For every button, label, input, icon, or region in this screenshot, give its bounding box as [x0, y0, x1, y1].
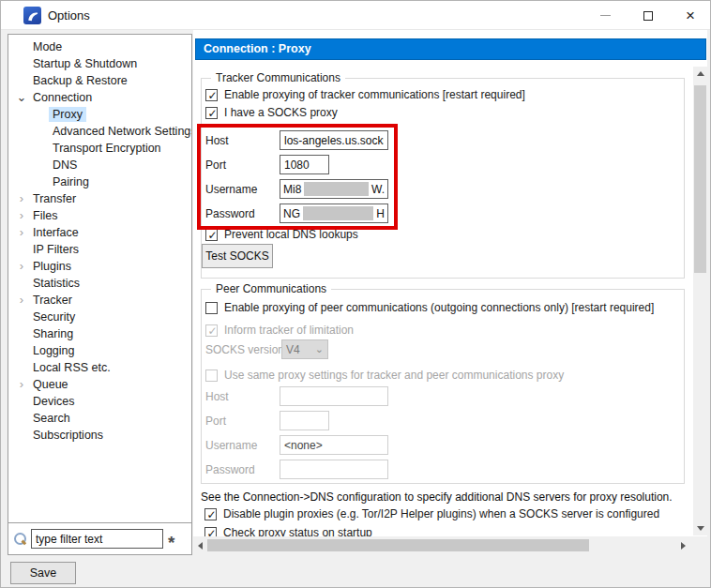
chevron-right-icon: ›	[14, 378, 29, 391]
sidebar-item-backup-restore[interactable]: Backup & Restore	[8, 72, 191, 89]
prevent-dns-lookups-checkbox[interactable]: Prevent local DNS lookups	[205, 228, 358, 241]
tracker-communications-group: Tracker Communications Enable proxying o…	[201, 78, 685, 279]
username-field[interactable]: Mi8 W.	[280, 179, 388, 199]
vuze-logo-icon	[25, 8, 39, 23]
peer-host-field	[280, 386, 388, 406]
sidebar-item-ip-filters[interactable]: IP Filters	[8, 241, 191, 258]
page-title: Connection : Proxy	[195, 38, 706, 60]
sidebar-item-queue[interactable]: ›Queue	[8, 376, 191, 393]
sidebar-item-startup-shutdown[interactable]: Startup & Shutdown	[8, 55, 191, 72]
test-socks-button[interactable]: Test SOCKS	[202, 244, 273, 268]
scroll-up-icon[interactable]	[697, 71, 704, 76]
settings-content: Connection : Proxy Tracker Communication…	[193, 30, 707, 536]
dropdown-arrow-icon: ⌄	[315, 343, 324, 355]
chevron-right-icon: ›	[14, 209, 29, 222]
sidebar-item-advanced-network-settings[interactable]: Advanced Network Settings	[8, 123, 191, 140]
checkbox-unchecked-disabled-icon	[205, 369, 218, 382]
chevron-right-icon: ›	[14, 260, 29, 273]
sidebar-item-transfer[interactable]: ›Transfer	[8, 190, 191, 207]
minimize-icon	[600, 15, 611, 16]
sidebar-item-subscriptions[interactable]: Subscriptions	[8, 427, 191, 444]
options-tree-panel: Mode Startup & Shutdown Backup & Restore…	[8, 34, 192, 555]
redaction-block	[304, 182, 369, 196]
sidebar-item-statistics[interactable]: Statistics	[8, 275, 191, 292]
disable-plugin-proxies-checkbox[interactable]: Disable plugin proxies (e.g. Tor/I2P Hel…	[204, 507, 659, 520]
checkbox-checked-icon	[205, 107, 218, 119]
sidebar-item-sharing[interactable]: Sharing	[8, 325, 191, 342]
checkbox-checked-icon	[205, 229, 218, 241]
filter-bar: *	[8, 522, 191, 554]
sidebar-item-dns[interactable]: DNS	[8, 157, 191, 173]
chevron-right-icon: ›	[14, 226, 29, 239]
sidebar-item-connection[interactable]: ⌄Connection	[8, 89, 191, 106]
port-label: Port	[205, 415, 226, 428]
horizontal-scrollbar-thumb[interactable]	[207, 539, 589, 551]
minimize-button[interactable]	[589, 1, 621, 30]
enable-tracker-proxy-checkbox[interactable]: Enable proxying of tracker communication…	[205, 88, 525, 101]
clear-filter-icon[interactable]: *	[168, 532, 174, 547]
dns-note: See the Connection->DNS configuration to…	[201, 490, 673, 504]
scroll-down-icon[interactable]	[697, 526, 704, 531]
have-socks-proxy-checkbox[interactable]: I have a SOCKS proxy	[205, 106, 338, 119]
title-bar: Options ×	[1, 1, 710, 30]
group-title: Peer Communications	[211, 282, 331, 295]
checkbox-unchecked-icon	[205, 302, 218, 314]
sidebar-item-plugins[interactable]: ›Plugins	[8, 258, 191, 275]
checkbox-checked-icon	[204, 527, 217, 537]
window-title: Options	[48, 8, 90, 23]
socks-version-dropdown: V4 ⌄	[281, 339, 328, 359]
sidebar-item-security[interactable]: Security	[8, 309, 191, 325]
password-label: Password	[205, 463, 255, 476]
group-title: Tracker Communications	[211, 71, 345, 84]
options-window: { "window": { "title": "Options" }, "ico…	[0, 0, 711, 588]
peer-communications-group: Peer Communications Enable proxying of p…	[201, 289, 685, 484]
maximize-button[interactable]	[632, 1, 664, 30]
search-icon	[13, 533, 26, 546]
sidebar-item-pairing[interactable]: Pairing	[8, 173, 191, 190]
save-button[interactable]: Save	[10, 562, 76, 584]
peer-port-field	[280, 411, 329, 430]
vertical-scrollbar-thumb[interactable]	[694, 85, 706, 273]
scroll-left-icon[interactable]	[198, 542, 203, 550]
filter-input[interactable]	[31, 529, 163, 549]
close-button[interactable]: ×	[674, 1, 706, 30]
port-field[interactable]	[280, 155, 329, 174]
password-label: Password	[205, 207, 255, 220]
sidebar-item-proxy[interactable]: Proxy	[8, 106, 191, 123]
chevron-down-icon: ⌄	[14, 91, 29, 104]
peer-password-field	[280, 460, 388, 479]
username-label: Username	[205, 183, 257, 196]
inform-tracker-checkbox: Inform tracker of limitation	[205, 324, 354, 337]
sidebar-item-local-rss[interactable]: Local RSS etc.	[8, 359, 191, 376]
check-proxy-status-checkbox[interactable]: Check proxy status on startup	[204, 526, 372, 536]
checkbox-checked-disabled-icon	[205, 324, 218, 337]
checkbox-checked-icon	[204, 508, 217, 520]
peer-username-field	[280, 435, 388, 455]
chevron-right-icon: ›	[14, 294, 29, 307]
host-field[interactable]	[280, 130, 388, 150]
sidebar-item-mode[interactable]: Mode	[8, 38, 191, 55]
sidebar-item-tracker[interactable]: ›Tracker	[8, 292, 191, 309]
horizontal-scrollbar[interactable]	[195, 538, 688, 552]
username-label: Username	[205, 439, 257, 452]
port-label: Port	[205, 158, 226, 172]
socks-version-label: SOCKS version	[205, 343, 284, 356]
sidebar-item-search[interactable]: Search	[8, 410, 191, 427]
scroll-right-icon[interactable]	[681, 542, 686, 550]
enable-peer-proxy-checkbox[interactable]: Enable proxying of peer communications (…	[205, 301, 654, 314]
sidebar-item-interface[interactable]: ›Interface	[8, 224, 191, 241]
redaction-block	[303, 206, 373, 220]
password-field[interactable]: NG H	[280, 204, 388, 223]
checkbox-checked-icon	[205, 89, 218, 101]
host-label: Host	[205, 390, 229, 403]
same-proxy-settings-checkbox: Use same proxy settings for tracker and …	[205, 369, 564, 382]
sidebar-item-devices[interactable]: Devices	[8, 393, 191, 410]
app-icon	[23, 7, 41, 24]
sidebar-item-files[interactable]: ›Files	[8, 207, 191, 224]
options-tree: Mode Startup & Shutdown Backup & Restore…	[8, 35, 191, 522]
sidebar-item-logging[interactable]: Logging	[8, 342, 191, 359]
close-icon: ×	[686, 8, 695, 23]
chevron-right-icon: ›	[14, 192, 29, 205]
vertical-scrollbar[interactable]	[693, 67, 707, 535]
sidebar-item-transport-encryption[interactable]: Transport Encryption	[8, 140, 191, 157]
